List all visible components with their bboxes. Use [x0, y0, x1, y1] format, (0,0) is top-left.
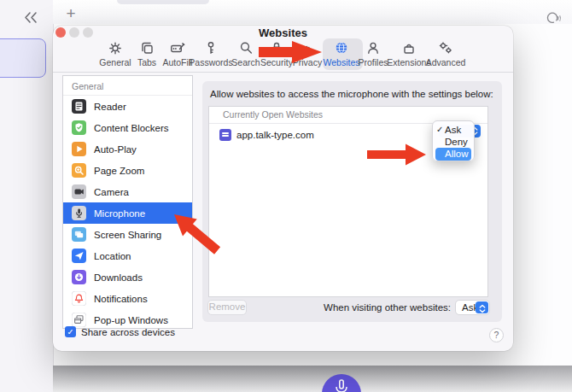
panel-description: Allow websites to access the microphone …	[210, 89, 496, 99]
popup-chevrons-icon	[478, 304, 487, 313]
sidebar-item-downloads[interactable]: Downloads	[63, 266, 192, 288]
puzzle-icon	[400, 39, 417, 56]
popup-cap	[476, 301, 488, 313]
tab-advanced[interactable]: Advanced	[418, 39, 473, 67]
sidebar-item-label: Microphone	[94, 208, 145, 219]
sidebar-item-label: Auto-Play	[94, 144, 137, 155]
website-favicon	[219, 129, 231, 141]
sidebar-item-reader[interactable]: Reader	[63, 96, 192, 117]
menu-item-label: Ask	[445, 125, 461, 135]
sidebar-item-screen-sharing[interactable]: Screen Sharing	[63, 224, 192, 245]
menu-item-label: Allow	[445, 149, 468, 159]
toolbar-divider	[53, 72, 513, 73]
permission-menu: ✓ Ask Deny Allow	[432, 120, 475, 161]
bell-icon	[72, 291, 86, 306]
sidebar-item-label: Camera	[94, 187, 129, 197]
gears-icon	[437, 39, 454, 56]
browser-sidebar	[0, 0, 54, 392]
settings-sidebar: General Reader Content Blockers Auto-Pla	[62, 75, 193, 329]
voice-input-icon[interactable]	[543, 9, 563, 25]
new-tab-button[interactable]: +	[62, 5, 79, 22]
webpage-mic-button[interactable]	[322, 374, 361, 392]
sidebar-item-label: Pop-up Windows	[94, 315, 168, 325]
share-across-devices[interactable]: ✓ Share across devices	[65, 325, 175, 338]
help-button[interactable]: ?	[489, 328, 504, 342]
browser-toolbar	[53, 0, 572, 24]
sidebar-item-label: Screen Sharing	[94, 230, 161, 240]
sidebar-item-page-zoom[interactable]: Page Zoom	[63, 160, 192, 181]
person-icon	[365, 39, 382, 56]
sidebar-item-auto-play[interactable]: Auto-Play	[63, 138, 192, 160]
tab-label: Advanced	[418, 57, 473, 67]
menu-item-ask[interactable]: ✓ Ask	[433, 124, 474, 136]
menu-item-allow[interactable]: Allow	[435, 148, 471, 160]
browser-tab-top	[117, 0, 209, 4]
sidebar-section-header: General	[63, 76, 192, 96]
play-icon	[72, 142, 86, 156]
hand-icon	[299, 39, 316, 56]
menu-item-deny[interactable]: Deny	[433, 136, 474, 148]
microphone-icon	[322, 374, 361, 392]
sidebar-item-notifications[interactable]: Notifications	[63, 288, 192, 309]
check-icon: ✓	[436, 124, 443, 136]
reader-icon	[72, 99, 86, 114]
sidebar-item-label: Downloads	[94, 272, 143, 283]
microphone-icon	[72, 206, 86, 220]
camera-icon	[72, 184, 86, 199]
key-icon	[202, 39, 219, 56]
share-across-devices-label: Share across devices	[81, 327, 175, 337]
remove-button[interactable]: Remove	[207, 300, 247, 315]
magnifier-plus-icon	[72, 163, 86, 178]
sidebar-item-label: Reader	[94, 102, 126, 112]
screen: + Websites General	[0, 0, 572, 392]
other-websites-label: When visiting other websites:	[316, 302, 451, 313]
sidebar-item-label: Location	[94, 251, 131, 261]
sidebar-selected-field[interactable]	[0, 38, 46, 78]
sidebar-item-microphone[interactable]: Microphone	[63, 202, 192, 224]
website-domain: app.talk-type.com	[236, 130, 314, 140]
downloads-icon	[72, 270, 86, 284]
sidebar-item-label: Page Zoom	[94, 166, 144, 176]
screen-sharing-icon	[72, 227, 86, 242]
webpage-background	[53, 366, 572, 392]
sidebar-collapse-icon[interactable]	[22, 11, 39, 24]
other-websites-popup[interactable]: Ask	[455, 300, 490, 315]
shield-check-icon	[72, 120, 86, 135]
sidebar-item-label: Notifications	[94, 294, 148, 304]
location-icon	[72, 249, 86, 263]
checkbox-checked[interactable]: ✓	[65, 326, 76, 337]
sidebar-item-location[interactable]: Location	[63, 245, 192, 266]
menu-item-label: Deny	[445, 137, 468, 147]
window-title: Websites	[53, 26, 513, 39]
sidebar-item-content-blockers[interactable]: Content Blockers	[63, 117, 192, 138]
sidebar-item-label: Content Blockers	[94, 123, 169, 133]
sidebar-item-camera[interactable]: Camera	[63, 181, 192, 202]
